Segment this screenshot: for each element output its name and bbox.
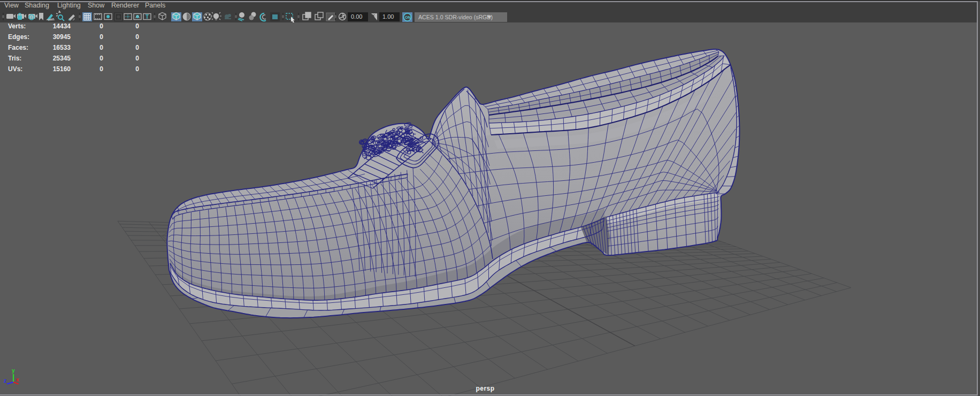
svg-text:0.00: 0.00 (351, 13, 362, 20)
svg-text:x: x (16, 377, 19, 383)
svg-text:ON: ON (405, 16, 411, 19)
svg-text:y: y (12, 368, 15, 374)
svg-text:1.00: 1.00 (382, 13, 394, 20)
svg-text:T: T (146, 14, 149, 20)
svg-text:z: z (4, 378, 6, 384)
svg-text:ACES 1.0 SDR-video (sRGB): ACES 1.0 SDR-video (sRGB) (418, 14, 493, 20)
